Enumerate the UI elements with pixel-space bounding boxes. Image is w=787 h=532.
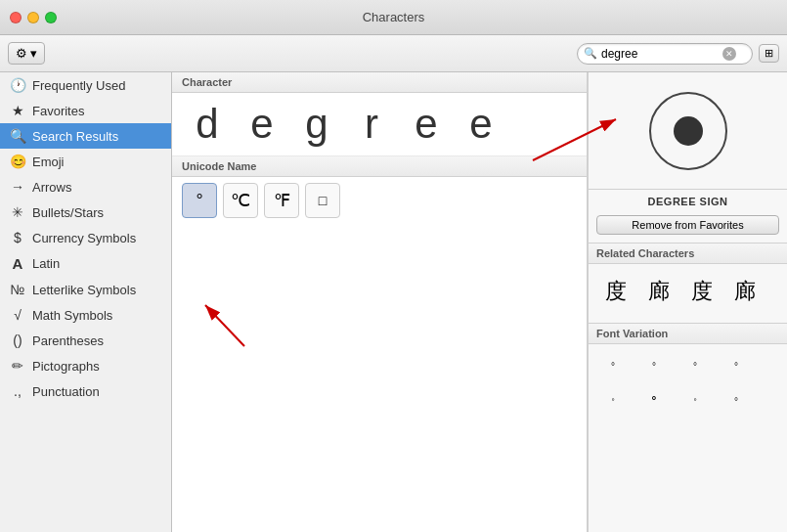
gear-button[interactable]: ⚙ ▾ xyxy=(8,42,45,65)
character-header: Character xyxy=(172,72,587,93)
detail-char-circle xyxy=(649,92,727,170)
sidebar-label-emoji: Emoji xyxy=(32,155,65,169)
toolbar: ⚙ ▾ 🔍 ✕ ⊞ xyxy=(0,35,787,72)
detail-preview-area xyxy=(589,72,787,190)
char-letter-d: d xyxy=(182,101,233,148)
font-variation-grid: ° ° ° ° ° ° ° ° xyxy=(589,344,787,422)
remove-from-favorites-button[interactable]: Remove from Favorites xyxy=(596,215,779,235)
char-letter-e2: e xyxy=(401,101,452,148)
char-cell-celsius[interactable]: ℃ xyxy=(223,183,258,218)
maximize-button[interactable] xyxy=(45,12,57,23)
sidebar-label-letterlike-symbols: Letterlike Symbols xyxy=(32,283,136,297)
grid-view-button[interactable]: ⊞ xyxy=(759,44,779,63)
char-letter-g: g xyxy=(291,101,342,148)
char-cell-square[interactable]: □ xyxy=(305,183,340,218)
font-var-2[interactable]: ° xyxy=(637,352,671,379)
parentheses-icon: () xyxy=(10,332,25,348)
sidebar-label-math-symbols: Math Symbols xyxy=(32,308,112,323)
font-var-6[interactable]: ° xyxy=(637,387,671,415)
sidebar-item-punctuation[interactable]: ., Punctuation xyxy=(0,378,171,404)
font-var-4[interactable]: ° xyxy=(720,352,753,379)
sidebar-label-parentheses: Parentheses xyxy=(32,333,104,348)
search-box: 🔍 ✕ xyxy=(577,43,753,65)
font-var-1[interactable]: ° xyxy=(596,352,630,379)
char-cell-fahrenheit[interactable]: ℉ xyxy=(264,183,299,218)
sidebar-item-math-symbols[interactable]: √ Math Symbols xyxy=(0,302,171,328)
punctuation-icon: ., xyxy=(10,383,25,399)
sidebar: 🕐 Frequently Used ★ Favorites 🔍 Search R… xyxy=(0,72,172,532)
sidebar-item-favorites[interactable]: ★ Favorites xyxy=(0,98,171,123)
char-letter-e1: e xyxy=(237,101,287,148)
char-cell-degree[interactable]: ° xyxy=(182,183,217,218)
bullets-icon: ✳ xyxy=(10,204,25,220)
sidebar-label-bullets-stars: Bullets/Stars xyxy=(32,205,104,220)
minimize-button[interactable] xyxy=(27,12,39,23)
unicode-name-header: Unicode Name xyxy=(172,156,587,177)
related-char-2[interactable]: 廊 xyxy=(639,272,678,311)
dropdown-arrow-icon: ▾ xyxy=(30,46,37,61)
sidebar-item-letterlike-symbols[interactable]: № Letterlike Symbols xyxy=(0,277,171,302)
gear-icon: ⚙ xyxy=(16,46,27,61)
related-char-1[interactable]: 度 xyxy=(596,272,635,311)
sidebar-item-search-results[interactable]: 🔍 Search Results xyxy=(0,123,171,149)
char-letter-e3: e xyxy=(456,101,506,148)
sidebar-item-pictographs[interactable]: ✏ Pictographs xyxy=(0,353,171,378)
currency-icon: $ xyxy=(10,230,25,245)
close-button[interactable] xyxy=(10,12,22,23)
sidebar-label-frequently-used: Frequently Used xyxy=(32,78,125,93)
main-content: 🕐 Frequently Used ★ Favorites 🔍 Search R… xyxy=(0,72,787,532)
sidebar-item-emoji[interactable]: 😊 Emoji xyxy=(0,149,171,174)
sidebar-label-latin: Latin xyxy=(32,256,60,271)
detail-panel: DEGREE SIGN Remove from Favorites Relate… xyxy=(588,72,787,532)
title-bar: Characters xyxy=(0,0,787,35)
related-chars-grid: 度 廊 度 廊 xyxy=(589,264,787,319)
search-input[interactable] xyxy=(601,47,719,61)
sidebar-item-parentheses[interactable]: () Parentheses xyxy=(0,328,171,353)
related-char-4[interactable]: 廊 xyxy=(725,272,765,311)
sidebar-label-arrows: Arrows xyxy=(32,180,71,195)
search-sidebar-icon: 🔍 xyxy=(10,128,25,144)
sidebar-item-bullets-stars[interactable]: ✳ Bullets/Stars xyxy=(0,200,171,225)
font-var-8[interactable]: ° xyxy=(720,387,753,415)
related-characters-header: Related Characters xyxy=(589,243,787,264)
sidebar-item-arrows[interactable]: → Arrows xyxy=(0,174,171,200)
clear-search-button[interactable]: ✕ xyxy=(722,47,736,61)
latin-icon: A xyxy=(10,255,25,272)
sidebar-item-latin[interactable]: A Latin xyxy=(0,250,171,277)
font-variation-header: Font Variation xyxy=(589,323,787,344)
sidebar-label-punctuation: Punctuation xyxy=(32,384,100,399)
grid-icon: ⊞ xyxy=(765,47,773,59)
math-icon: √ xyxy=(10,307,25,323)
window-controls xyxy=(10,12,57,23)
detail-char-name: DEGREE SIGN xyxy=(589,190,787,211)
sidebar-item-currency-symbols[interactable]: $ Currency Symbols xyxy=(0,225,171,250)
arrow-icon: → xyxy=(10,179,25,195)
font-var-7[interactable]: ° xyxy=(678,387,712,415)
letterlike-icon: № xyxy=(10,282,25,297)
search-icon: 🔍 xyxy=(584,47,597,60)
char-grid-row: ° ℃ ℉ □ xyxy=(172,177,587,224)
char-letter-r: r xyxy=(346,101,397,148)
detail-char-symbol xyxy=(674,116,703,146)
related-char-3[interactable]: 度 xyxy=(682,272,721,311)
sidebar-item-frequently-used[interactable]: 🕐 Frequently Used xyxy=(0,72,171,98)
characters-panel: Character d e g r e e Unicode Name ° ℃ ℉… xyxy=(172,72,588,532)
pictographs-icon: ✏ xyxy=(10,358,25,374)
emoji-icon: 😊 xyxy=(10,154,25,169)
sidebar-label-favorites: Favorites xyxy=(32,104,84,118)
char-display-row: d e g r e e xyxy=(172,93,587,156)
font-var-5[interactable]: ° xyxy=(596,387,630,415)
sidebar-label-pictographs: Pictographs xyxy=(32,359,100,374)
sidebar-label-search-results: Search Results xyxy=(32,129,118,144)
font-var-3[interactable]: ° xyxy=(678,352,712,379)
window-title: Characters xyxy=(363,10,425,24)
clock-icon: 🕐 xyxy=(10,77,25,93)
sidebar-label-currency-symbols: Currency Symbols xyxy=(32,231,136,245)
star-icon: ★ xyxy=(10,103,25,118)
